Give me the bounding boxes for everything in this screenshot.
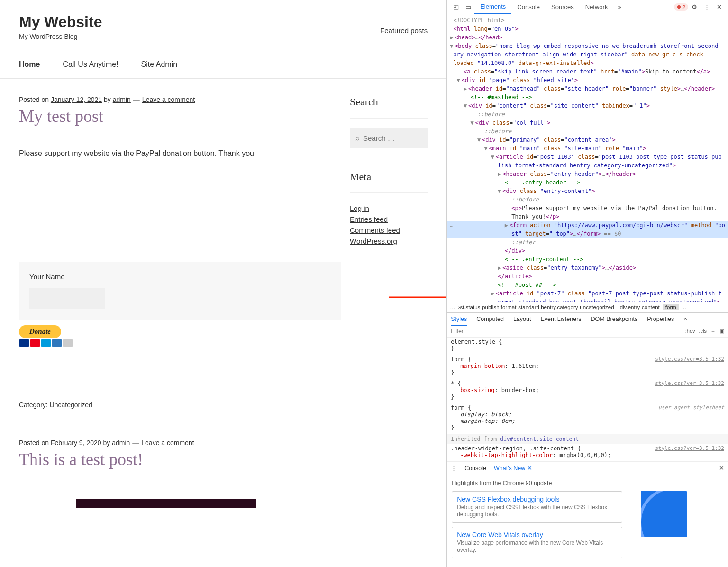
- divider: [350, 192, 428, 193]
- add-rule-icon[interactable]: ＋: [710, 328, 716, 335]
- rule-source-ua: user agent stylesheet: [658, 404, 724, 411]
- more-tabs-icon[interactable]: »: [615, 3, 624, 11]
- post2-date[interactable]: February 9, 2020: [51, 439, 101, 447]
- post-meta: Posted on January 12, 2021 by admin—Leav…: [19, 96, 317, 103]
- search-input[interactable]: [363, 134, 422, 142]
- divider: [19, 476, 317, 476]
- tab-props[interactable]: Properties: [647, 316, 674, 322]
- more-icon[interactable]: »: [683, 316, 687, 322]
- post-author[interactable]: admin: [113, 96, 131, 103]
- visa-icon: [19, 339, 29, 347]
- card-desc: Debug and inspect CSS Flexbox with the n…: [457, 504, 617, 519]
- site-header: My Website My WordPress Blog: [0, 0, 446, 40]
- dom-tree[interactable]: <!DOCTYPE html> <html lang="en-US"> ▶<he…: [447, 14, 728, 302]
- tab-dom-bp[interactable]: DOM Breakpoints: [591, 316, 638, 322]
- card-desc: Visualize page performance with the new …: [457, 540, 617, 554]
- paypal-icon: [41, 339, 51, 347]
- posted-label: Posted on: [19, 439, 51, 447]
- name-label: Your Name: [29, 273, 331, 281]
- post2-meta: Posted on February 9, 2020 by admin—Leav…: [19, 439, 317, 447]
- meta-login[interactable]: Log in: [350, 204, 369, 212]
- category-label: Category:: [19, 401, 50, 409]
- card-title: New CSS Flexbox debugging tools: [457, 495, 617, 503]
- drawer-body: Highlights from the Chrome 90 update New…: [447, 475, 728, 567]
- donate-label: Donate: [19, 325, 61, 338]
- discover-icon: [63, 339, 73, 347]
- rule-close: }: [451, 424, 724, 431]
- close-tab-icon[interactable]: ✕: [527, 465, 532, 472]
- drawer-tabs: ⋮ Console What's New ✕ ✕: [447, 462, 728, 475]
- post-date[interactable]: January 12, 2021: [51, 96, 102, 103]
- rule-source[interactable]: style.css?ver=3.5.1:32: [655, 445, 724, 451]
- meta-comments[interactable]: Comments feed: [350, 226, 400, 234]
- search-heading: Search: [350, 96, 428, 108]
- post2-title[interactable]: This is a test post!: [19, 449, 317, 469]
- devtools: ◰ ▭ Elements Console Sources Network » 2…: [446, 0, 728, 567]
- divider: [19, 133, 317, 133]
- style-rules[interactable]: element.style { } style.css?ver=3.5.1:32…: [447, 338, 728, 462]
- crumb-entry[interactable]: div.entry-content: [617, 304, 663, 310]
- tab-sources[interactable]: Sources: [546, 0, 580, 14]
- tab-elements[interactable]: Elements: [474, 0, 511, 14]
- drawer-kebab-icon[interactable]: ⋮: [451, 465, 457, 472]
- rule-source[interactable]: style.css?ver=3.5.1:32: [655, 380, 724, 386]
- drawer-close-icon[interactable]: ✕: [719, 465, 724, 472]
- tab-listeners[interactable]: Event Listeners: [540, 316, 581, 322]
- featured-link[interactable]: Featured posts: [380, 27, 428, 35]
- donate-button[interactable]: Donate: [19, 325, 317, 347]
- device-icon[interactable]: ▭: [464, 3, 473, 11]
- inspect-icon[interactable]: ◰: [452, 3, 460, 11]
- nav-admin[interactable]: Site Admin: [141, 60, 177, 68]
- tab-console[interactable]: Console: [511, 0, 546, 14]
- hov-button[interactable]: :hov: [685, 328, 695, 335]
- kebab-icon[interactable]: ⋮: [702, 3, 711, 11]
- search-icon: ⌕: [355, 134, 359, 142]
- post-body: Please support my website via the PayPal…: [19, 149, 317, 158]
- breadcrumb[interactable]: … ›st.status-publish.format-standard.hen…: [447, 302, 728, 313]
- card-title: New Core Web Vitals overlay: [457, 531, 617, 539]
- close-icon[interactable]: ✕: [715, 3, 723, 11]
- tab-network[interactable]: Network: [580, 0, 614, 14]
- search-box[interactable]: ⌕: [350, 128, 428, 148]
- rule-close: }: [451, 369, 724, 376]
- tab-layout[interactable]: Layout: [513, 316, 531, 322]
- devtools-toolbar: ◰ ▭ Elements Console Sources Network » 2…: [447, 0, 728, 14]
- post2-comment[interactable]: Leave a comment: [141, 439, 194, 447]
- error-badge[interactable]: 2: [674, 3, 688, 11]
- rule-close: }: [451, 345, 724, 352]
- styles-filter: :hov .cls ＋ ▣: [447, 326, 728, 338]
- post2-author[interactable]: admin: [112, 439, 130, 447]
- rule-close: }: [451, 393, 724, 400]
- arrow-annotation: [389, 290, 446, 304]
- name-input[interactable]: [29, 288, 105, 309]
- leave-comment[interactable]: Leave a comment: [142, 96, 195, 103]
- amex-icon: [52, 339, 62, 347]
- pin-icon[interactable]: ▣: [719, 328, 724, 335]
- styles-tabs: Styles Computed Layout Event Listeners D…: [447, 313, 728, 326]
- rule-source[interactable]: style.css?ver=3.5.1:32: [655, 356, 724, 362]
- main-nav: Home Call Us Anytime! Site Admin: [0, 49, 446, 79]
- meta-wp[interactable]: WordPress.org: [350, 237, 397, 245]
- meta-list: Log in Entries feed Comments feed WordPr…: [350, 203, 428, 247]
- drawer-whatsnew[interactable]: What's New ✕: [494, 465, 532, 472]
- crumb-article[interactable]: ›st.status-publish.format-standard.hentr…: [455, 304, 617, 310]
- gear-icon[interactable]: ⚙: [690, 3, 699, 11]
- nav-call[interactable]: Call Us Anytime!: [63, 60, 118, 68]
- post2-image: [76, 499, 256, 508]
- post-title[interactable]: My test post: [19, 106, 317, 126]
- nav-home[interactable]: Home: [19, 60, 40, 68]
- rule-selector: element.style {: [451, 338, 724, 345]
- filter-input[interactable]: [451, 328, 685, 335]
- whatsnew-card-1[interactable]: New CSS Flexbox debugging tools Debug an…: [452, 491, 622, 523]
- inherited-from: Inherited from div#content.site-content: [447, 434, 728, 444]
- whatsnew-graphic: [641, 491, 687, 537]
- tab-computed[interactable]: Computed: [476, 316, 504, 322]
- crumb-form[interactable]: form: [663, 304, 679, 310]
- whatsnew-card-2[interactable]: New Core Web Vitals overlay Visualize pa…: [452, 527, 622, 558]
- drawer-console[interactable]: Console: [464, 465, 486, 472]
- meta-entries[interactable]: Entries feed: [350, 215, 388, 223]
- category-row: Category: Uncategorized: [19, 394, 317, 409]
- tab-styles[interactable]: Styles: [451, 316, 467, 326]
- category-link[interactable]: Uncategorized: [50, 401, 92, 409]
- cls-button[interactable]: .cls: [699, 328, 707, 335]
